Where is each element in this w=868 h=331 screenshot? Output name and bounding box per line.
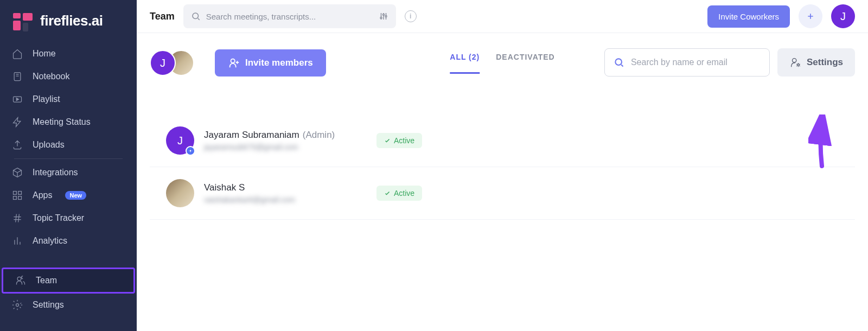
new-badge: New <box>65 191 86 200</box>
svg-rect-6 <box>14 192 17 195</box>
home-icon <box>12 48 23 59</box>
status-label: Active <box>394 189 414 198</box>
sidebar-nav: Home Notebook Playlist Meeting Status Up… <box>0 42 137 316</box>
svg-point-10 <box>17 277 21 281</box>
svg-point-17 <box>615 59 622 65</box>
member-name: Jayaram Subramaniam <box>204 130 299 141</box>
sidebar-item-apps[interactable]: Apps New <box>0 184 137 207</box>
member-email: jayaramsub675@gmail.com <box>204 143 367 151</box>
sidebar-item-label: Settings <box>33 300 64 310</box>
sidebar-item-team[interactable]: Team <box>2 268 135 294</box>
sidebar-item-topic-tracker[interactable]: Topic Tracker <box>0 207 137 230</box>
svg-rect-4 <box>14 73 21 81</box>
fireflies-logo-icon <box>12 10 34 31</box>
sidebar-item-label: Analytics <box>33 236 67 246</box>
svg-rect-3 <box>23 23 28 31</box>
plus-icon <box>806 12 815 21</box>
info-icon[interactable]: i <box>405 10 417 22</box>
sidebar-item-label: Uploads <box>33 140 65 150</box>
member-email: vaishakankar6@gmail.com <box>204 195 367 204</box>
sidebar-item-label: Integrations <box>33 168 78 177</box>
svg-point-12 <box>193 13 199 19</box>
nav-divider <box>14 158 123 159</box>
sidebar-item-home[interactable]: Home <box>0 42 137 65</box>
sidebar: fireflies.ai Home Notebook Playlist Meet… <box>0 0 137 331</box>
sidebar-item-integrations[interactable]: Integrations <box>0 161 137 184</box>
sidebar-item-label: Playlist <box>33 94 60 104</box>
add-button[interactable] <box>799 4 822 28</box>
search-icon <box>191 11 201 21</box>
member-name: Vaishak S <box>204 182 245 193</box>
integrations-icon <box>12 167 23 178</box>
search-input[interactable] <box>206 12 373 21</box>
tab-deactivated[interactable]: DEACTIVATED <box>496 53 554 74</box>
member-search-input[interactable] <box>631 58 761 67</box>
invite-members-button[interactable]: Invite members <box>215 49 326 77</box>
member-avatar <box>166 179 194 207</box>
svg-point-20 <box>190 150 192 152</box>
page-title: Team <box>150 11 175 22</box>
svg-point-15 <box>385 16 387 17</box>
svg-point-14 <box>382 14 384 16</box>
svg-rect-0 <box>13 13 21 18</box>
members-list: J Jayaram Subramaniam (Admin) jayaramsub… <box>150 114 855 220</box>
topbar: Team i Invite Coworkers J <box>137 0 868 33</box>
check-icon <box>384 190 391 196</box>
stacked-avatar: J <box>150 50 176 76</box>
svg-rect-7 <box>18 192 22 195</box>
sidebar-item-label: Topic Tracker <box>33 213 84 223</box>
status-label: Active <box>394 136 414 145</box>
sidebar-item-settings[interactable]: Settings <box>0 294 137 316</box>
sliders-icon[interactable] <box>379 11 388 21</box>
avatar-stack: J <box>150 50 194 76</box>
svg-rect-1 <box>13 21 21 30</box>
invite-coworkers-button[interactable]: Invite Coworkers <box>707 5 790 28</box>
svg-rect-2 <box>23 13 33 21</box>
team-settings-button[interactable]: Settings <box>777 48 855 77</box>
upload-icon <box>12 139 23 150</box>
svg-point-18 <box>792 59 796 62</box>
admin-badge-icon <box>186 146 195 156</box>
svg-point-13 <box>380 17 382 19</box>
apps-icon <box>12 190 23 201</box>
team-tabs: ALL (2) DEACTIVATED <box>450 53 554 74</box>
analytics-icon <box>12 235 23 246</box>
team-icon <box>15 275 26 286</box>
gear-icon <box>12 300 23 310</box>
sidebar-item-label: Meeting Status <box>33 117 91 127</box>
sidebar-item-label: Notebook <box>33 72 70 81</box>
settings-label: Settings <box>807 57 843 68</box>
sidebar-item-label: Apps <box>33 190 52 200</box>
add-user-icon <box>228 57 240 69</box>
svg-rect-8 <box>14 196 17 200</box>
status-badge: Active <box>376 186 422 201</box>
logo[interactable]: fireflies.ai <box>0 0 137 42</box>
sidebar-item-playlist[interactable]: Playlist <box>0 88 137 111</box>
sidebar-item-label: Home <box>33 49 56 59</box>
tab-all[interactable]: ALL (2) <box>450 53 480 74</box>
meeting-status-icon <box>12 117 23 128</box>
sidebar-item-meeting-status[interactable]: Meeting Status <box>0 111 137 133</box>
member-search[interactable] <box>604 48 770 77</box>
svg-point-16 <box>231 59 235 63</box>
brand-name: fireflies.ai <box>40 12 103 29</box>
member-row[interactable]: J Jayaram Subramaniam (Admin) jayaramsub… <box>150 114 855 167</box>
sidebar-item-notebook[interactable]: Notebook <box>0 65 137 88</box>
hash-icon <box>12 213 23 224</box>
sidebar-item-label: Team <box>36 276 57 285</box>
notebook-icon <box>12 71 23 82</box>
status-badge: Active <box>376 133 422 148</box>
global-search[interactable] <box>183 4 396 28</box>
user-gear-icon <box>789 56 801 68</box>
playlist-icon <box>12 94 23 105</box>
search-icon <box>614 57 624 68</box>
member-row[interactable]: Vaishak S vaishakankar6@gmail.com Active <box>150 167 855 220</box>
user-avatar[interactable]: J <box>831 4 855 28</box>
sidebar-item-analytics[interactable]: Analytics <box>0 230 137 252</box>
svg-rect-9 <box>18 196 22 200</box>
sidebar-item-uploads[interactable]: Uploads <box>0 133 137 156</box>
member-role: (Admin) <box>303 130 335 141</box>
svg-point-19 <box>797 64 800 66</box>
svg-point-11 <box>16 304 19 307</box>
member-avatar: J <box>166 126 194 155</box>
